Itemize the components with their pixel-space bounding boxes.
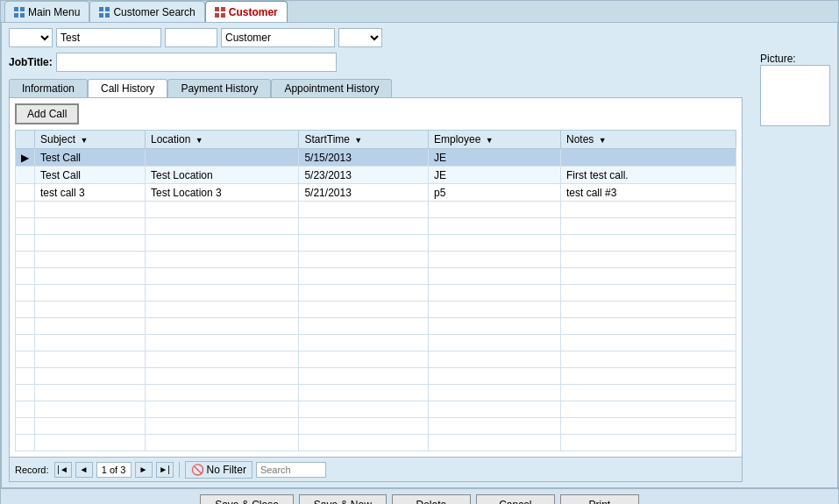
empty-cell	[561, 202, 736, 218]
starttime-cell: 5/23/2013	[299, 167, 429, 184]
employee-cell: p5	[429, 184, 561, 202]
picture-label: Picture:	[760, 53, 796, 65]
empty-cell	[145, 202, 298, 218]
empty-cell	[429, 385, 561, 401]
call-history-tab-label: Call History	[101, 82, 154, 95]
call-history-table: Subject ▼ Location ▼ StartTime ▼	[15, 130, 736, 451]
empty-cell	[145, 235, 298, 252]
tab-customer-search[interactable]: Customer Search	[89, 1, 204, 22]
title-bar: Main Menu Customer Search Customer	[1, 1, 838, 23]
cancel-button[interactable]: Cancel	[476, 494, 555, 504]
main-menu-icon	[14, 7, 25, 18]
empty-cell	[145, 302, 298, 318]
employee-column-header[interactable]: Employee ▼	[429, 131, 561, 149]
tab-call-history[interactable]: Call History	[88, 79, 167, 97]
empty-cell	[561, 302, 736, 318]
main-content: Picture: JobTitle:	[1, 23, 838, 488]
add-call-button[interactable]: Add Call	[15, 103, 79, 124]
empty-cell	[16, 351, 35, 368]
no-filter-button[interactable]: 🚫 No Filter	[185, 461, 252, 479]
print-button[interactable]: Print	[560, 494, 639, 504]
tab-appointment-history[interactable]: Appointment History	[271, 79, 392, 97]
information-tab-label: Information	[22, 82, 75, 95]
table-row[interactable]: Test CallTest Location5/23/2013JEFirst t…	[16, 167, 736, 184]
empty-cell	[35, 252, 146, 268]
empty-cell	[561, 418, 736, 435]
location-cell: Test Location	[145, 167, 298, 184]
empty-row	[16, 385, 736, 401]
record-label: Record:	[15, 465, 49, 475]
middle-name-input[interactable]	[165, 28, 217, 47]
empty-cell	[16, 368, 35, 385]
empty-row	[16, 318, 736, 335]
notes-column-header[interactable]: Notes ▼	[561, 131, 736, 149]
empty-cell	[145, 385, 298, 401]
notes-cell: test call #3	[561, 184, 736, 202]
empty-cell	[429, 435, 561, 451]
empty-cell	[429, 401, 561, 418]
empty-cell	[561, 218, 736, 235]
empty-cell	[429, 202, 561, 218]
tab-customer[interactable]: Customer	[205, 1, 288, 22]
table-row[interactable]: ▶Test Call5/15/2013JE	[16, 149, 736, 167]
notes-header-label: Notes	[566, 133, 594, 146]
empty-cell	[16, 401, 35, 418]
empty-cell	[299, 401, 429, 418]
nav-next-button[interactable]: ►	[135, 462, 153, 478]
nav-first-button[interactable]: |◄	[54, 462, 72, 478]
location-column-header[interactable]: Location ▼	[145, 131, 298, 149]
starttime-column-header[interactable]: StartTime ▼	[299, 131, 429, 149]
svg-rect-2	[14, 13, 18, 18]
svg-rect-7	[105, 13, 110, 18]
customer-search-label: Customer Search	[113, 6, 195, 18]
empty-cell	[429, 335, 561, 351]
svg-rect-5	[105, 7, 110, 11]
empty-cell	[16, 418, 35, 435]
empty-cell	[35, 218, 146, 235]
empty-cell	[145, 401, 298, 418]
row-selector: ▶	[16, 149, 35, 167]
subject-column-header[interactable]: Subject ▼	[35, 131, 146, 149]
location-header-label: Location	[151, 133, 190, 146]
prefix-dropdown[interactable]	[9, 28, 53, 47]
delete-button[interactable]: Delete	[392, 494, 471, 504]
row-selector-header	[16, 131, 35, 149]
empty-cell	[35, 418, 146, 435]
tab-information[interactable]: Information	[9, 79, 88, 97]
empty-cell	[35, 335, 146, 351]
payment-history-tab-label: Payment History	[181, 82, 258, 95]
filter-icon: 🚫	[191, 464, 204, 476]
empty-cell	[16, 202, 35, 218]
inner-tab-bar: Information Call History Payment History…	[9, 79, 743, 97]
svg-rect-8	[215, 7, 219, 11]
empty-cell	[429, 418, 561, 435]
empty-cell	[299, 385, 429, 401]
tab-payment-history[interactable]: Payment History	[167, 79, 271, 97]
nav-prev-button[interactable]: ◄	[75, 462, 93, 478]
empty-cell	[16, 235, 35, 252]
record-current-input[interactable]	[96, 462, 132, 478]
empty-cell	[561, 268, 736, 285]
empty-cell	[16, 435, 35, 451]
empty-cell	[145, 318, 298, 335]
delete-label: Delete	[416, 499, 447, 504]
empty-cell	[145, 335, 298, 351]
last-name-input[interactable]	[221, 28, 335, 47]
empty-cell	[299, 368, 429, 385]
suffix-dropdown[interactable]	[338, 28, 382, 47]
first-name-input[interactable]	[56, 28, 161, 47]
save-close-label: Save & Close	[215, 499, 279, 504]
empty-cell	[145, 351, 298, 368]
search-input[interactable]	[256, 462, 326, 478]
nav-last-button[interactable]: ►|	[156, 462, 174, 478]
empty-cell	[35, 435, 146, 451]
empty-cell	[429, 235, 561, 252]
tab-main-menu[interactable]: Main Menu	[4, 1, 89, 22]
table-row[interactable]: test call 3Test Location 35/21/2013p5tes…	[16, 184, 736, 202]
empty-cell	[561, 252, 736, 268]
notes-cell	[561, 149, 736, 167]
save-close-button[interactable]: Save & Close	[200, 494, 294, 504]
jobtitle-input[interactable]	[56, 53, 337, 72]
save-new-button[interactable]: Save & New	[299, 494, 387, 504]
empty-cell	[299, 235, 429, 252]
